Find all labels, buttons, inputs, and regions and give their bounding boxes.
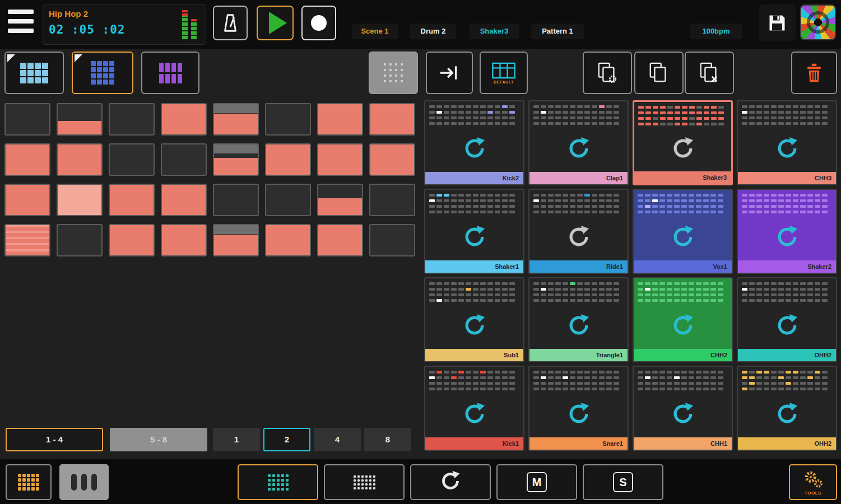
pattern-pad-26[interactable]	[57, 224, 103, 256]
pattern-pad-14[interactable]	[265, 143, 311, 176]
pattern-pad-31[interactable]	[317, 224, 363, 256]
copy-settings-button[interactable]	[583, 52, 632, 94]
pattern-pad-13[interactable]	[213, 143, 259, 176]
pattern-pad-2[interactable]	[57, 103, 103, 136]
instrument-tile-kick2[interactable]: Kick2	[424, 100, 524, 185]
page-1-button[interactable]: 1	[213, 428, 260, 451]
pattern-pad-5[interactable]	[213, 103, 259, 136]
paste-clear-button[interactable]	[685, 52, 734, 94]
page-8-button[interactable]: 8	[364, 428, 411, 451]
instrument-tile-triangle1[interactable]: Triangle1	[528, 277, 629, 362]
pad-random-view-button[interactable]	[238, 464, 318, 500]
pattern-pad-10[interactable]	[57, 143, 103, 176]
page-2-button[interactable]: 2	[263, 428, 310, 451]
tile-loop-icon[interactable]	[425, 213, 523, 260]
tile-loop-icon[interactable]	[529, 125, 628, 172]
pattern-pad-21[interactable]	[213, 184, 259, 216]
drum-grid-button[interactable]	[6, 464, 52, 500]
tile-loop-icon[interactable]	[634, 302, 732, 349]
record-button[interactable]	[301, 6, 336, 40]
tools-button[interactable]: TOOLS	[789, 464, 837, 500]
menu-icon[interactable]	[8, 10, 34, 33]
tile-step-preview	[742, 282, 832, 302]
tile-loop-icon[interactable]	[738, 213, 836, 260]
instrument-tile-chh1[interactable]: CHH1	[633, 366, 733, 451]
pattern-pad-30[interactable]	[265, 224, 311, 256]
instrument-tile-shaker1[interactable]: Shaker1	[424, 189, 524, 274]
view-bars-button[interactable]	[141, 52, 199, 94]
view-pads-button[interactable]	[4, 52, 64, 94]
delete-button[interactable]	[791, 52, 837, 94]
play-button[interactable]	[257, 6, 294, 40]
instrument-tile-chh3[interactable]: CHH3	[737, 100, 837, 185]
mute-button[interactable]: M	[496, 464, 577, 500]
pattern-pad-25[interactable]	[4, 224, 50, 256]
pattern-pad-9[interactable]	[4, 143, 50, 176]
pattern-pad-22[interactable]	[265, 184, 311, 216]
pattern-pad-3[interactable]	[109, 103, 155, 136]
scene-label[interactable]: Scene 1	[352, 24, 398, 39]
pattern-label[interactable]: Pattern 1	[531, 24, 584, 39]
instrument-tile-shaker3[interactable]: Shaker3	[633, 100, 733, 185]
tile-loop-icon[interactable]	[738, 302, 836, 349]
save-button[interactable]	[759, 4, 796, 41]
tile-loop-icon[interactable]	[529, 390, 628, 437]
pattern-pad-29[interactable]	[213, 224, 259, 256]
pattern-pad-23[interactable]	[317, 184, 363, 216]
pattern-pad-19[interactable]	[109, 184, 155, 216]
pattern-pad-15[interactable]	[317, 143, 363, 176]
solo-button[interactable]: S	[583, 464, 663, 500]
pattern-pad-27[interactable]	[109, 224, 155, 256]
pattern-pad-7[interactable]	[317, 103, 363, 136]
pattern-pad-12[interactable]	[161, 143, 207, 176]
pattern-pad-4[interactable]	[161, 103, 207, 136]
pattern-pad-6[interactable]	[265, 103, 311, 136]
instrument-tile-ride1[interactable]: Ride1	[528, 189, 629, 274]
tile-loop-icon[interactable]	[425, 302, 523, 349]
copy-button[interactable]	[634, 52, 684, 94]
grid-view-button[interactable]	[324, 464, 405, 500]
tile-loop-icon[interactable]	[738, 125, 836, 172]
instrument-tile-snare1[interactable]: Snare1	[528, 366, 629, 451]
app-logo-icon[interactable]	[800, 4, 836, 40]
pattern-pad-17[interactable]	[4, 184, 50, 216]
tile-loop-icon[interactable]	[634, 390, 732, 437]
instrument-tile-ohh2[interactable]: OHH2	[737, 366, 837, 451]
pad-fill-segment	[370, 144, 414, 175]
instrument-tile-vox1[interactable]: Vox1	[633, 189, 733, 274]
tile-loop-icon[interactable]	[738, 390, 836, 437]
drumkit-label[interactable]: Drum 2	[410, 24, 456, 39]
instrument-tile-chh2[interactable]: CHH2	[633, 277, 733, 362]
loop-mode-button[interactable]	[410, 464, 491, 500]
tile-loop-icon[interactable]	[529, 213, 628, 260]
pattern-pad-11[interactable]	[109, 143, 155, 176]
instrument-tile-kick1[interactable]: Kick1	[424, 366, 524, 451]
default-pattern-button[interactable]: DEFAULT	[480, 52, 528, 94]
tile-loop-icon[interactable]	[634, 125, 731, 171]
pattern-pad-16[interactable]	[369, 143, 415, 176]
tile-loop-icon[interactable]	[425, 390, 523, 437]
pattern-pad-1[interactable]	[4, 103, 50, 136]
pattern-pad-18[interactable]	[57, 184, 103, 216]
song-info-panel[interactable]: Hip Hop 2 02 :05 :02	[43, 4, 206, 45]
page-4-button[interactable]: 4	[314, 428, 361, 451]
tile-loop-icon[interactable]	[634, 213, 732, 260]
default-label: DEFAULT	[494, 80, 514, 84]
instrument-tile-ohh2[interactable]: OHH2	[737, 277, 837, 362]
pattern-pad-32[interactable]	[369, 224, 415, 256]
bpm-label[interactable]: 100bpm	[690, 24, 742, 39]
instrument-tile-clap1[interactable]: Clap1	[528, 100, 629, 185]
metronome-button[interactable]	[213, 6, 248, 40]
page-range-1-4-button[interactable]: 1 - 4	[6, 428, 103, 451]
track-label[interactable]: Shaker3	[470, 24, 519, 39]
pattern-pad-28[interactable]	[161, 224, 207, 256]
tile-loop-icon[interactable]	[425, 125, 523, 172]
pattern-pad-24[interactable]	[369, 184, 415, 216]
view-grid-button[interactable]	[72, 52, 133, 94]
instrument-tile-shaker2[interactable]: Shaker2	[737, 189, 837, 274]
pattern-pad-8[interactable]	[369, 103, 415, 136]
instrument-tile-sub1[interactable]: Sub1	[424, 277, 524, 362]
jump-to-end-button[interactable]	[426, 52, 473, 94]
tile-loop-icon[interactable]	[529, 302, 628, 349]
pattern-pad-20[interactable]	[161, 184, 207, 216]
